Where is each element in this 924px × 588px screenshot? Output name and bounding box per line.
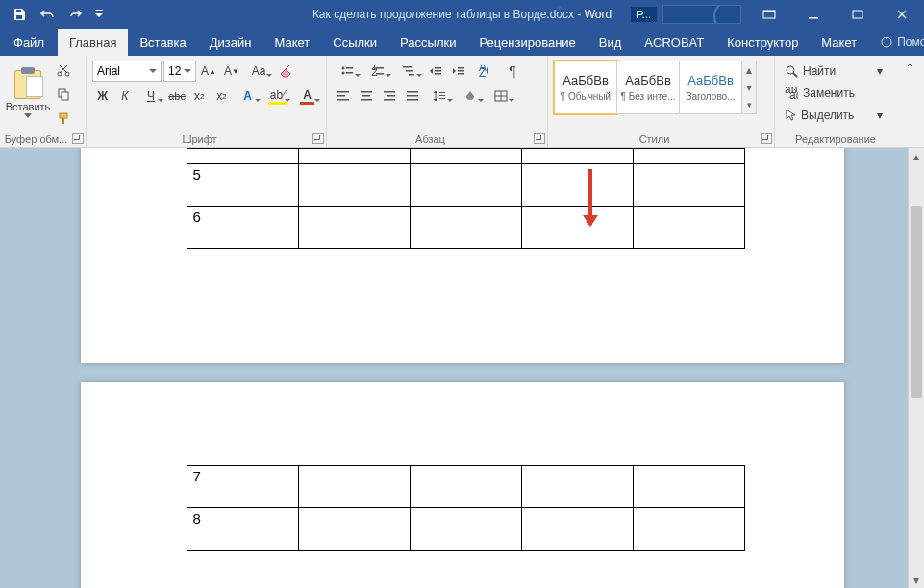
table-cell[interactable]: [410, 149, 521, 164]
multilevel-button[interactable]: [394, 61, 423, 82]
table-cell[interactable]: [633, 207, 744, 249]
align-left-button[interactable]: [333, 86, 354, 107]
table-cell[interactable]: [521, 207, 633, 249]
table-cell[interactable]: [633, 508, 744, 551]
copy-button[interactable]: [54, 85, 73, 104]
format-painter-button[interactable]: [54, 109, 73, 128]
tab-mailings[interactable]: Рассылки: [388, 29, 467, 56]
font-launcher[interactable]: [312, 133, 324, 144]
style-no-spacing[interactable]: АаБбВв ¶ Без инте...: [616, 61, 680, 114]
table-cell[interactable]: [298, 149, 410, 164]
tab-table-layout[interactable]: Макет: [810, 29, 868, 56]
clear-formatting-button[interactable]: [275, 61, 296, 82]
shrink-font-button[interactable]: A▼: [221, 61, 242, 82]
font-size-select[interactable]: 12: [163, 61, 196, 82]
subscript-button[interactable]: x2: [189, 86, 210, 107]
tab-insert[interactable]: Вставка: [128, 29, 197, 56]
sort-button[interactable]: AZ: [471, 61, 500, 82]
strike-button[interactable]: abc: [166, 86, 187, 107]
text-effects-button[interactable]: A: [234, 86, 262, 107]
table-cell[interactable]: [298, 466, 410, 508]
bullets-button[interactable]: [333, 61, 362, 82]
table-cell[interactable]: [410, 207, 521, 249]
clipboard-launcher[interactable]: [72, 133, 84, 144]
grow-font-button[interactable]: A▲: [198, 61, 219, 82]
font-color-button[interactable]: A: [293, 86, 321, 107]
collapse-ribbon-button[interactable]: ˆ: [899, 60, 920, 81]
tab-design[interactable]: Дизайн: [198, 29, 263, 56]
borders-button[interactable]: [487, 86, 515, 107]
table-cell[interactable]: [521, 164, 633, 207]
table-1[interactable]: 56: [187, 148, 745, 249]
scroll-up-button[interactable]: ▴: [909, 148, 924, 164]
style-heading1[interactable]: АаБбВв Заголово...: [679, 61, 742, 114]
ribbon-options-button[interactable]: [747, 0, 791, 29]
table-cell[interactable]: [298, 207, 410, 249]
table-2[interactable]: 78: [187, 465, 745, 551]
table-cell[interactable]: 5: [187, 164, 298, 207]
paragraph-launcher[interactable]: [534, 133, 545, 144]
table-cell[interactable]: [187, 149, 298, 164]
italic-button[interactable]: К: [114, 86, 135, 107]
qat-customize-button[interactable]: [92, 1, 106, 28]
line-spacing-button[interactable]: [425, 86, 454, 107]
cut-button[interactable]: [54, 61, 73, 80]
table-cell[interactable]: [521, 508, 633, 551]
save-button[interactable]: [6, 1, 33, 28]
tell-me-input[interactable]: Помощ...: [868, 29, 924, 56]
bold-button[interactable]: Ж: [92, 86, 112, 107]
table-cell[interactable]: [410, 466, 521, 508]
close-button[interactable]: [880, 0, 924, 29]
minimize-button[interactable]: [791, 0, 836, 29]
replace-button[interactable]: abacЗаменить: [781, 83, 887, 104]
table-cell[interactable]: [633, 149, 744, 164]
style-normal[interactable]: АаБбВв ¶ Обычный: [554, 61, 617, 114]
table-cell[interactable]: 6: [187, 207, 298, 249]
table-cell[interactable]: [298, 508, 410, 551]
highlight-button[interactable]: ab⁄: [263, 86, 291, 107]
select-button[interactable]: Выделить▾: [781, 105, 887, 126]
table-cell[interactable]: [298, 164, 410, 207]
table-cell[interactable]: 7: [187, 466, 298, 508]
addin-badge[interactable]: P...: [631, 7, 657, 22]
paste-button[interactable]: Вставить: [6, 59, 50, 130]
change-case-button[interactable]: Aa: [244, 61, 273, 82]
redo-button[interactable]: [63, 1, 90, 28]
tab-home[interactable]: Главная: [58, 29, 128, 56]
show-marks-button[interactable]: ¶: [502, 61, 523, 82]
styles-launcher[interactable]: [761, 133, 772, 144]
scroll-down-button[interactable]: ▾: [909, 572, 924, 588]
superscript-button[interactable]: x2: [212, 86, 232, 107]
table-cell[interactable]: [521, 466, 633, 508]
align-center-button[interactable]: [356, 86, 377, 107]
table-cell[interactable]: 8: [187, 508, 298, 551]
maximize-button[interactable]: [836, 0, 880, 29]
tab-review[interactable]: Рецензирование: [467, 29, 587, 56]
table-cell[interactable]: [410, 508, 521, 551]
numbering-button[interactable]: 12: [363, 61, 392, 82]
table-cell[interactable]: [633, 164, 744, 207]
table-cell[interactable]: [633, 466, 744, 508]
tab-file[interactable]: Файл: [0, 29, 58, 56]
tab-acrobat[interactable]: ACROBAT: [633, 29, 715, 56]
account-area[interactable]: [662, 5, 741, 24]
tab-table-design[interactable]: Конструктор: [715, 29, 810, 56]
justify-button[interactable]: [402, 86, 423, 107]
indent-increase-button[interactable]: [448, 61, 469, 82]
font-name-select[interactable]: Arial: [92, 61, 162, 82]
align-right-button[interactable]: [379, 86, 400, 107]
scroll-thumb[interactable]: [911, 206, 922, 398]
indent-decrease-button[interactable]: [425, 61, 446, 82]
tab-references[interactable]: Ссылки: [321, 29, 388, 56]
tab-view[interactable]: Вид: [587, 29, 634, 56]
shading-button[interactable]: [456, 86, 485, 107]
tab-layout[interactable]: Макет: [262, 29, 321, 56]
underline-button[interactable]: Ч: [137, 86, 164, 107]
table-cell[interactable]: [410, 164, 521, 207]
table-cell[interactable]: [521, 149, 633, 164]
document-area[interactable]: 56 78: [0, 148, 924, 588]
undo-button[interactable]: [35, 1, 62, 28]
styles-gallery-more[interactable]: ▴▾▾: [741, 61, 757, 114]
vertical-scrollbar[interactable]: ▴ ▾: [908, 148, 924, 588]
find-button[interactable]: Найти▾: [781, 61, 887, 82]
